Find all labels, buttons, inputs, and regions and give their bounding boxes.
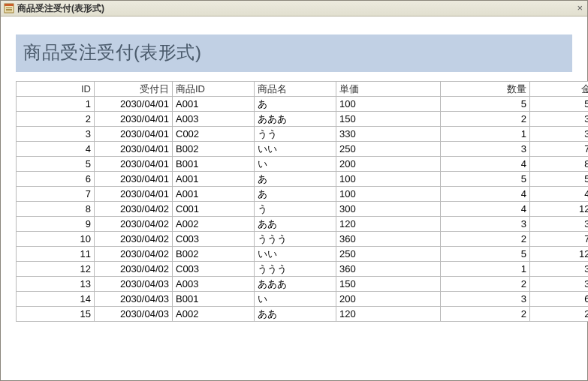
cell-amt[interactable]: 300: [530, 277, 589, 292]
cell-unit[interactable]: 100: [336, 187, 441, 202]
cell-id[interactable]: 10: [17, 232, 95, 247]
table-row[interactable]: 32030/04/01C002うう3301330: [17, 127, 589, 142]
cell-amt[interactable]: 240: [530, 307, 589, 322]
cell-pid[interactable]: A001: [173, 187, 255, 202]
cell-id[interactable]: 12: [17, 262, 95, 277]
cell-unit[interactable]: 360: [336, 232, 441, 247]
cell-unit[interactable]: 360: [336, 262, 441, 277]
cell-amt[interactable]: 1250: [530, 247, 589, 262]
col-header-unit[interactable]: 単価: [336, 82, 441, 97]
cell-pid[interactable]: A001: [173, 172, 255, 187]
table-row[interactable]: 12030/04/01A001あ1005500: [17, 97, 589, 112]
col-header-pname[interactable]: 商品名: [255, 82, 336, 97]
cell-pname[interactable]: あ: [255, 97, 336, 112]
cell-id[interactable]: 1: [17, 97, 95, 112]
cell-date[interactable]: 2030/04/02: [95, 247, 173, 262]
cell-id[interactable]: 11: [17, 247, 95, 262]
cell-pname[interactable]: い: [255, 157, 336, 172]
table-row[interactable]: 142030/04/03B001い2003600: [17, 292, 589, 307]
cell-pname[interactable]: い: [255, 292, 336, 307]
cell-unit[interactable]: 120: [336, 217, 441, 232]
cell-date[interactable]: 2030/04/01: [95, 172, 173, 187]
col-header-id[interactable]: ID: [17, 82, 95, 97]
cell-unit[interactable]: 200: [336, 157, 441, 172]
cell-date[interactable]: 2030/04/02: [95, 202, 173, 217]
table-row[interactable]: 112030/04/02B002いい25051250: [17, 247, 589, 262]
table-row[interactable]: 132030/04/03A003あああ1502300: [17, 277, 589, 292]
cell-date[interactable]: 2030/04/01: [95, 112, 173, 127]
table-row[interactable]: 152030/04/03A002ああ1202240: [17, 307, 589, 322]
cell-unit[interactable]: 250: [336, 247, 441, 262]
cell-pname[interactable]: あああ: [255, 277, 336, 292]
cell-pid[interactable]: C002: [173, 127, 255, 142]
cell-date[interactable]: 2030/04/03: [95, 277, 173, 292]
cell-unit[interactable]: 300: [336, 202, 441, 217]
cell-pname[interactable]: いい: [255, 247, 336, 262]
cell-date[interactable]: 2030/04/01: [95, 187, 173, 202]
cell-id[interactable]: 3: [17, 127, 95, 142]
cell-pname[interactable]: ああ: [255, 217, 336, 232]
table-row[interactable]: 42030/04/01B002いい2503750: [17, 142, 589, 157]
cell-pname[interactable]: いい: [255, 142, 336, 157]
table-row[interactable]: 22030/04/01A003あああ1502300: [17, 112, 589, 127]
cell-pid[interactable]: C003: [173, 262, 255, 277]
cell-qty[interactable]: 5: [441, 97, 530, 112]
cell-qty[interactable]: 1: [441, 262, 530, 277]
cell-pname[interactable]: うう: [255, 127, 336, 142]
cell-id[interactable]: 2: [17, 112, 95, 127]
cell-date[interactable]: 2030/04/01: [95, 157, 173, 172]
cell-pid[interactable]: A003: [173, 277, 255, 292]
cell-pid[interactable]: C003: [173, 232, 255, 247]
table-row[interactable]: 122030/04/02C003ううう3601360: [17, 262, 589, 277]
cell-pname[interactable]: う: [255, 202, 336, 217]
cell-amt[interactable]: 800: [530, 157, 589, 172]
cell-unit[interactable]: 100: [336, 97, 441, 112]
cell-unit[interactable]: 330: [336, 127, 441, 142]
table-row[interactable]: 82030/04/02C001う30041200: [17, 202, 589, 217]
cell-unit[interactable]: 250: [336, 142, 441, 157]
cell-pid[interactable]: A002: [173, 307, 255, 322]
table-row[interactable]: 62030/04/01A001あ1005500: [17, 172, 589, 187]
table-row[interactable]: 92030/04/02A002ああ1203360: [17, 217, 589, 232]
col-header-date[interactable]: 受付日: [95, 82, 173, 97]
cell-qty[interactable]: 4: [441, 187, 530, 202]
cell-pname[interactable]: あああ: [255, 112, 336, 127]
cell-id[interactable]: 15: [17, 307, 95, 322]
cell-pid[interactable]: A003: [173, 112, 255, 127]
cell-date[interactable]: 2030/04/01: [95, 127, 173, 142]
cell-amt[interactable]: 300: [530, 112, 589, 127]
cell-qty[interactable]: 1: [441, 127, 530, 142]
cell-pname[interactable]: あ: [255, 187, 336, 202]
cell-id[interactable]: 14: [17, 292, 95, 307]
cell-unit[interactable]: 200: [336, 292, 441, 307]
cell-qty[interactable]: 5: [441, 172, 530, 187]
cell-qty[interactable]: 4: [441, 157, 530, 172]
cell-qty[interactable]: 4: [441, 202, 530, 217]
cell-qty[interactable]: 3: [441, 292, 530, 307]
cell-date[interactable]: 2030/04/03: [95, 307, 173, 322]
cell-amt[interactable]: 1200: [530, 202, 589, 217]
cell-date[interactable]: 2030/04/02: [95, 262, 173, 277]
cell-unit[interactable]: 150: [336, 112, 441, 127]
cell-id[interactable]: 6: [17, 172, 95, 187]
cell-pid[interactable]: B001: [173, 292, 255, 307]
cell-qty[interactable]: 2: [441, 277, 530, 292]
cell-unit[interactable]: 100: [336, 172, 441, 187]
cell-unit[interactable]: 150: [336, 277, 441, 292]
cell-amt[interactable]: 360: [530, 217, 589, 232]
cell-amt[interactable]: 330: [530, 127, 589, 142]
cell-qty[interactable]: 3: [441, 142, 530, 157]
cell-pname[interactable]: あ: [255, 172, 336, 187]
cell-date[interactable]: 2030/04/02: [95, 217, 173, 232]
cell-amt[interactable]: 360: [530, 262, 589, 277]
table-row[interactable]: 72030/04/01A001あ1004400: [17, 187, 589, 202]
cell-amt[interactable]: 400: [530, 187, 589, 202]
cell-amt[interactable]: 600: [530, 292, 589, 307]
cell-amt[interactable]: 720: [530, 232, 589, 247]
cell-pid[interactable]: A002: [173, 217, 255, 232]
cell-date[interactable]: 2030/04/02: [95, 232, 173, 247]
cell-date[interactable]: 2030/04/01: [95, 97, 173, 112]
cell-pid[interactable]: B001: [173, 157, 255, 172]
col-header-pid[interactable]: 商品ID: [173, 82, 255, 97]
cell-date[interactable]: 2030/04/01: [95, 142, 173, 157]
